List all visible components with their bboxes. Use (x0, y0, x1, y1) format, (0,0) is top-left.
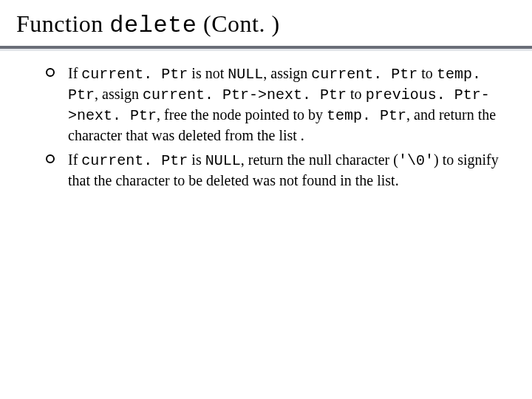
text-run: is not (188, 65, 228, 81)
text-run: , assign (263, 65, 311, 81)
title-code: delete (109, 12, 197, 39)
title-rule-light (0, 49, 532, 51)
code-run: NULL (205, 152, 241, 169)
list-item: If current. Ptr is NULL, return the null… (44, 150, 502, 191)
code-run: current. Ptr->next. Ptr (143, 86, 347, 103)
code-run: '\0' (398, 152, 434, 169)
text-run: If (68, 65, 81, 81)
slide-title: Function delete (Cont. ) (16, 10, 280, 39)
code-run: NULL (228, 66, 263, 83)
code-run: temp. Ptr (327, 107, 406, 124)
text-run: to (417, 65, 437, 81)
text-run: , return the null character ( (241, 151, 398, 168)
text-run: If (68, 151, 81, 168)
content-area: If current. Ptr is not NULL, assign curr… (44, 64, 502, 195)
bullet-list: If current. Ptr is not NULL, assign curr… (44, 64, 502, 191)
text-run: to (347, 86, 366, 102)
text-run: , assign (95, 86, 143, 102)
list-item: If current. Ptr is not NULL, assign curr… (44, 64, 502, 146)
title-prefix: Function (16, 10, 109, 37)
code-run: current. Ptr (311, 66, 417, 83)
slide: Function delete (Cont. ) If current. Ptr… (0, 0, 532, 399)
title-suffix: (Cont. ) (197, 10, 280, 37)
text-run: , free the node pointed to by (157, 106, 327, 123)
code-run: current. Ptr (81, 66, 188, 83)
text-run: is (188, 151, 205, 168)
code-run: current. Ptr (81, 152, 188, 169)
